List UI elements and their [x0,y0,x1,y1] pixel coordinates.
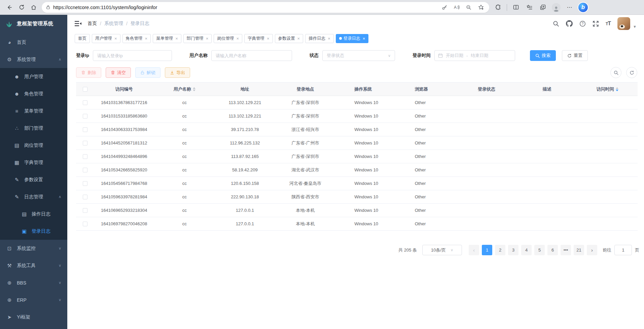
column-header-time[interactable]: 访问时间 [577,83,638,96]
sidebar-item-yi-framework[interactable]: ➤Yi框架 [0,308,67,326]
date-start-placeholder[interactable]: 开始日期 [446,53,463,59]
close-tab-icon[interactable]: × [236,36,239,41]
url-text[interactable]: https://ccnetcore.com:1101/system/log/lo… [53,5,439,10]
row-checkbox[interactable] [83,195,87,199]
refresh-table-button[interactable] [626,67,637,78]
row-checkbox[interactable] [83,181,87,186]
sidebar-item-dict-management[interactable]: ▦字典管理 [0,154,67,171]
bing-chat-icon[interactable]: b [577,2,589,13]
sidebar-item-system-management[interactable]: ⚙系统管理∧ [0,51,67,68]
login-ip-input[interactable] [93,50,172,61]
tab-菜单管理[interactable]: 菜单管理× [153,34,181,43]
tab-用户管理[interactable]: 用户管理× [92,34,120,43]
row-checkbox[interactable] [83,127,87,132]
search-button[interactable]: 搜索 [530,50,556,61]
app-logo[interactable]: 意框架管理系统 [0,15,67,32]
jump-page-input[interactable] [614,245,632,255]
tab-groups-icon[interactable] [537,2,549,13]
refresh-icon[interactable] [15,2,28,13]
close-tab-icon[interactable]: × [114,36,117,41]
split-screen-icon[interactable] [510,2,522,13]
sort-carets-icon[interactable] [616,87,618,91]
export-button[interactable]: 导出 [165,67,190,78]
sidebar-item-dept-management[interactable]: ∴部门管理 [0,120,67,137]
page-button-1[interactable]: 1 [482,245,492,255]
close-tab-icon[interactable]: × [297,36,300,41]
page-button-5[interactable]: 5 [534,245,545,255]
close-tab-icon[interactable]: × [267,36,270,41]
row-checkbox[interactable] [83,222,87,226]
tab-岗位管理[interactable]: 岗位管理× [214,34,242,43]
sidebar-item-param-settings[interactable]: ✎参数设置 [0,171,67,188]
more-options-icon[interactable]: ⋯ [564,2,576,13]
row-checkbox[interactable] [83,114,87,119]
extensions-icon[interactable] [492,2,504,13]
page-size-select[interactable]: 10条/页 ∨ [422,245,462,255]
tab-登录日志[interactable]: 登录日志× [336,34,369,43]
sidebar-item-login-log[interactable]: ▣登录日志 [0,223,67,240]
sidebar-item-post-management[interactable]: ▤岗位管理 [0,137,67,154]
breadcrumb-home[interactable]: 首页 [87,21,97,27]
read-aloud-icon[interactable]: A [452,3,462,12]
search-icon[interactable] [553,21,559,27]
favorite-add-icon[interactable] [476,3,486,12]
sidebar-item-system-tools[interactable]: ⚒系统工具∨ [0,257,67,274]
close-tab-icon[interactable]: × [145,36,148,41]
tab-首页[interactable]: 首页 [75,34,90,43]
page-button-21[interactable]: 21 [574,245,584,255]
font-size-icon[interactable]: TT [606,21,611,27]
prev-page-button[interactable]: ‹ [469,245,479,255]
page-button-3[interactable]: 3 [508,245,518,255]
row-checkbox[interactable] [83,141,87,145]
page-button-6[interactable]: 6 [547,245,558,255]
github-icon[interactable] [566,20,573,27]
show-search-toggle-button[interactable] [610,67,621,78]
clear-button[interactable]: 清空 [106,67,131,78]
sidebar-item-user-management[interactable]: ☻用户管理 [0,68,67,85]
avatar-caret-down-icon[interactable]: ▼ [633,25,637,30]
row-checkbox[interactable] [83,100,87,105]
row-checkbox[interactable] [83,168,87,172]
sidebar-item-bbs[interactable]: ⊕BBS∨ [0,274,67,291]
sidebar-item-system-monitor[interactable]: ⊡系统监控∨ [0,240,67,257]
tab-字典管理[interactable]: 字典管理× [244,34,273,43]
tab-部门管理[interactable]: 部门管理× [183,34,212,43]
reset-button[interactable]: 重置 [562,50,588,61]
user-avatar[interactable] [617,17,630,30]
address-bar[interactable]: https://ccnetcore.com:1101/system/log/lo… [42,2,489,13]
sort-carets-icon[interactable] [193,87,195,91]
tab-操作日志[interactable]: 操作日志× [305,34,334,43]
close-tab-icon[interactable]: × [175,36,178,41]
close-tab-icon[interactable]: × [206,36,209,41]
home-icon[interactable] [28,2,40,13]
column-header-user[interactable]: 用户名称 [154,83,215,96]
help-icon[interactable]: ? [579,21,586,27]
sidebar-item-role-management[interactable]: ☻角色管理 [0,85,67,102]
close-tab-icon[interactable]: × [363,36,365,41]
row-checkbox[interactable] [83,154,87,159]
profile-avatar-icon[interactable] [550,2,562,13]
page-button-2[interactable]: 2 [495,245,505,255]
sidebar-item-log-management[interactable]: ✎日志管理∧ [0,188,67,205]
breadcrumb-system[interactable]: 系统管理 [104,21,123,27]
sidebar-item-menu-management[interactable]: ≡菜单管理 [0,102,67,120]
sidebar-item-erp[interactable]: ⊕ERP∨ [0,291,67,308]
status-select[interactable]: 登录状态 ∨ [322,50,395,61]
next-page-button[interactable]: › [587,245,597,255]
tab-角色管理[interactable]: 角色管理× [122,34,151,43]
row-checkbox[interactable] [83,208,87,213]
collections-icon[interactable] [523,2,535,13]
close-tab-icon[interactable]: × [328,36,330,41]
date-end-placeholder[interactable]: 结束日期 [471,53,488,59]
pagination-more-button[interactable]: ••• [561,245,571,255]
fullscreen-icon[interactable] [593,21,599,27]
user-name-input[interactable] [211,50,292,61]
date-range-picker[interactable]: 开始日期 - 结束日期 [434,50,515,61]
page-button-4[interactable]: 4 [521,245,532,255]
back-icon[interactable] [3,2,15,13]
collapse-sidebar-icon[interactable] [75,21,81,26]
sidebar-item-home[interactable]: ◕首页 [0,34,67,51]
zoom-out-icon[interactable] [464,3,474,12]
tab-参数设置[interactable]: 参数设置× [275,34,303,43]
select-all-checkbox[interactable] [83,87,87,92]
